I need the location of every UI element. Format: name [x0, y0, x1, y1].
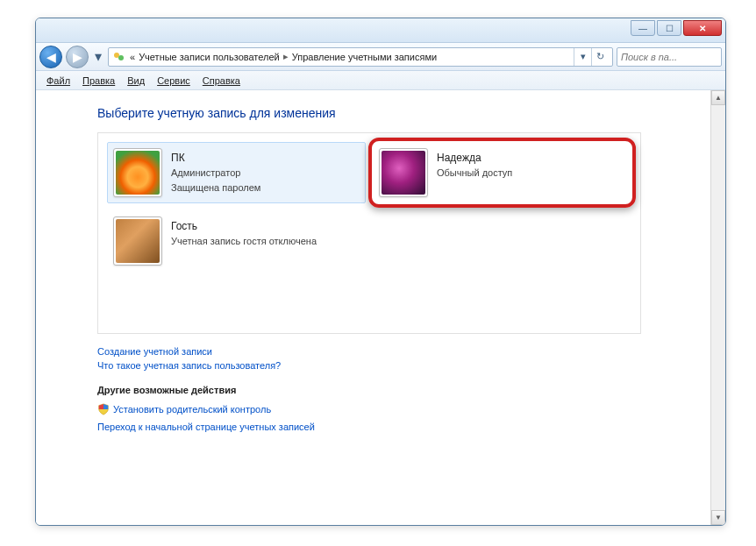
- link-what-is-account[interactable]: Что такое учетная запись пользователя?: [97, 360, 693, 371]
- scroll-track[interactable]: [711, 105, 725, 510]
- minimize-button[interactable]: —: [631, 20, 655, 36]
- search-input[interactable]: [617, 52, 726, 62]
- back-button[interactable]: ◀: [39, 46, 62, 68]
- avatar-frame: [379, 148, 428, 197]
- links-section: Создание учетной записи Что такое учетна…: [97, 346, 693, 432]
- menu-file[interactable]: Файл: [41, 74, 75, 88]
- address-dropdown[interactable]: ▾: [574, 47, 591, 67]
- account-name: ПК: [171, 150, 260, 166]
- menu-view[interactable]: Вид: [122, 74, 150, 88]
- svg-point-0: [114, 53, 119, 58]
- address-bar[interactable]: « Учетные записи пользователей ▸ Управле…: [108, 47, 613, 67]
- avatar-frame: [113, 216, 162, 266]
- link-create-account[interactable]: Создание учетной записи: [97, 346, 693, 357]
- search-box[interactable]: 🔍: [617, 47, 722, 67]
- title-bar: — ☐ ✕: [36, 18, 725, 43]
- breadcrumb-separator-icon: ▸: [280, 51, 292, 62]
- forward-button[interactable]: ▶: [66, 46, 89, 68]
- account-status: Защищена паролем: [171, 181, 260, 195]
- scroll-down-button[interactable]: ▼: [711, 510, 725, 525]
- window: — ☐ ✕ ◀ ▶ ▾ « Учетные записи пользовател…: [35, 18, 726, 526]
- svg-point-1: [118, 55, 124, 60]
- account-status: Учетная запись гостя отключена: [171, 234, 317, 249]
- refresh-button[interactable]: ↻: [591, 47, 609, 67]
- breadcrumb-item[interactable]: Управление учетными записями: [292, 52, 437, 62]
- account-role: Обычный доступ: [437, 166, 512, 181]
- close-button[interactable]: ✕: [683, 20, 722, 36]
- breadcrumb-item[interactable]: Учетные записи пользователей: [135, 52, 280, 62]
- vertical-scrollbar[interactable]: ▲ ▼: [710, 90, 725, 525]
- account-role: Администратор: [171, 166, 260, 181]
- nav-bar: ◀ ▶ ▾ « Учетные записи пользователей ▸ У…: [36, 43, 725, 71]
- link-parental-control[interactable]: Установить родительский контроль: [113, 404, 271, 415]
- account-name: Гость: [171, 218, 317, 234]
- account-grid: ПК Администратор Защищена паролем Надежд…: [97, 132, 641, 334]
- avatar-frame: [113, 148, 162, 197]
- shield-icon: [97, 403, 110, 415]
- nav-history-dropdown[interactable]: ▾: [92, 48, 104, 66]
- menu-tools[interactable]: Сервис: [152, 74, 196, 88]
- content-area: Выберите учетную запись для изменения ПК…: [36, 90, 725, 525]
- account-item-nadezhda[interactable]: Надежда Обычный доступ: [373, 142, 631, 203]
- menu-bar: Файл Правка Вид Сервис Справка: [36, 71, 725, 90]
- account-name: Надежда: [437, 150, 512, 166]
- menu-edit[interactable]: Правка: [77, 74, 120, 88]
- page-title: Выберите учетную запись для изменения: [97, 106, 693, 120]
- account-item-pk[interactable]: ПК Администратор Защищена паролем: [107, 142, 366, 203]
- location-icon: [112, 50, 126, 64]
- account-item-guest[interactable]: Гость Учетная запись гостя отключена: [107, 210, 366, 272]
- avatar: [116, 151, 160, 195]
- avatar: [116, 219, 160, 263]
- link-accounts-home[interactable]: Переход к начальной странице учетных зап…: [97, 422, 693, 432]
- menu-help[interactable]: Справка: [197, 74, 246, 88]
- other-actions-heading: Другие возможные действия: [97, 385, 693, 395]
- maximize-button[interactable]: ☐: [657, 20, 681, 36]
- avatar: [382, 151, 425, 195]
- scroll-up-button[interactable]: ▲: [711, 90, 725, 105]
